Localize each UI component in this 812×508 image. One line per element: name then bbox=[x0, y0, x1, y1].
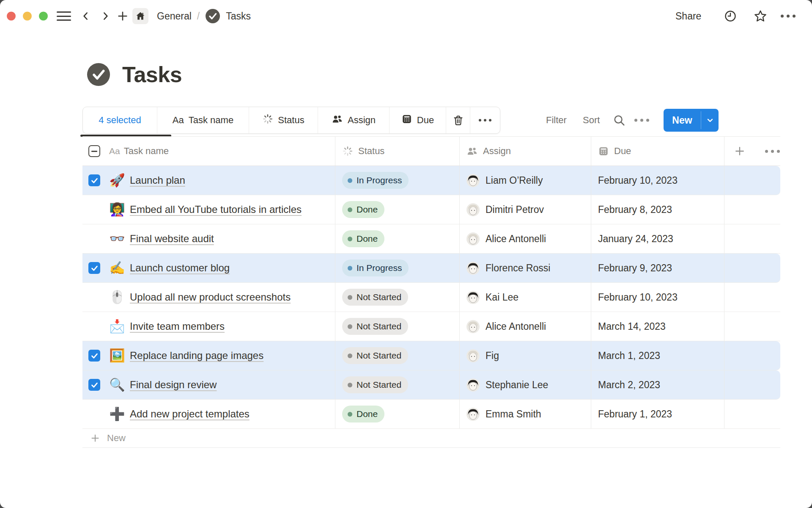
task-name-link[interactable]: Invite team members bbox=[130, 320, 225, 332]
assign-cell[interactable]: Fig bbox=[459, 341, 591, 370]
search-icon[interactable] bbox=[613, 114, 625, 127]
chevron-down-icon[interactable] bbox=[701, 109, 719, 132]
status-cell[interactable]: Not Started bbox=[335, 370, 459, 399]
status-cell[interactable]: In Progress bbox=[335, 254, 459, 282]
status-cell[interactable]: Done bbox=[335, 195, 459, 224]
task-cell[interactable]: ➕ Add new project templates bbox=[82, 400, 335, 428]
home-icon[interactable] bbox=[132, 8, 148, 24]
table-row[interactable]: 📩 Invite team members Not Started Alice … bbox=[82, 312, 780, 341]
status-cell[interactable]: Done bbox=[335, 400, 459, 428]
assign-cell[interactable]: Alice Antonelli bbox=[459, 312, 591, 341]
view-more-icon[interactable] bbox=[634, 119, 649, 122]
row-checkbox[interactable] bbox=[88, 262, 100, 274]
task-name-link[interactable]: Upload all new product screenshots bbox=[130, 291, 291, 303]
row-checkbox[interactable] bbox=[88, 379, 100, 391]
avatar bbox=[466, 378, 480, 392]
new-tab-plus-icon[interactable] bbox=[117, 10, 129, 22]
status-cell[interactable]: Not Started bbox=[335, 341, 459, 370]
status-cell[interactable]: Not Started bbox=[335, 312, 459, 341]
task-name-link[interactable]: Final website audit bbox=[130, 233, 214, 245]
table-row[interactable]: 👓 Final website audit Done Alice Antonel… bbox=[82, 224, 780, 254]
due-cell[interactable]: February 8, 2023 bbox=[591, 195, 724, 224]
due-cell[interactable]: February 9, 2023 bbox=[591, 254, 724, 282]
task-cell[interactable]: 🖼️ Replace landing page images bbox=[82, 341, 335, 370]
status-dot-icon bbox=[348, 295, 352, 300]
status-dot-icon bbox=[348, 412, 352, 417]
assign-cell[interactable]: Alice Antonelli bbox=[459, 224, 591, 253]
page-check-circle-icon[interactable] bbox=[87, 63, 110, 86]
task-cell[interactable]: 🚀 Launch plan bbox=[82, 166, 335, 195]
status-badge: Not Started bbox=[342, 318, 408, 335]
task-cell[interactable]: 📩 Invite team members bbox=[82, 312, 335, 341]
status-cell[interactable]: In Progress bbox=[335, 166, 459, 195]
assign-cell[interactable]: Florence Rossi bbox=[459, 254, 591, 282]
new-button[interactable]: New bbox=[664, 109, 719, 132]
due-cell[interactable]: February 10, 2023 bbox=[591, 166, 724, 195]
table-row[interactable]: 🔍 Final design review Not Started Stepha… bbox=[82, 370, 780, 400]
task-name-link[interactable]: Embed all YouTube tutorials in articles bbox=[130, 204, 302, 215]
task-cell[interactable]: 🔍 Final design review bbox=[82, 370, 335, 399]
table-row[interactable]: ✍️ Launch customer blog In Progress Flor… bbox=[82, 254, 780, 283]
sort-button[interactable]: Sort bbox=[583, 115, 600, 126]
task-cell[interactable]: ✍️ Launch customer blog bbox=[82, 254, 335, 282]
page-title[interactable]: Tasks bbox=[122, 62, 182, 87]
due-cell[interactable]: March 14, 2023 bbox=[591, 312, 724, 341]
due-cell[interactable]: January 24, 2023 bbox=[591, 224, 724, 253]
task-cell[interactable]: 👩‍🏫 Embed all YouTube tutorials in artic… bbox=[82, 195, 335, 224]
assign-cell[interactable]: Liam O’Reilly bbox=[459, 166, 591, 195]
header-status[interactable]: Status bbox=[335, 137, 459, 166]
task-cell[interactable]: 🖱️ Upload all new product screenshots bbox=[82, 283, 335, 312]
status-cell[interactable]: Not Started bbox=[335, 283, 459, 312]
status-dot-icon bbox=[348, 383, 352, 387]
task-name-link[interactable]: Replace landing page images bbox=[130, 350, 263, 362]
row-checkbox[interactable] bbox=[88, 174, 100, 186]
header-due[interactable]: Due bbox=[591, 137, 724, 166]
add-column-icon[interactable] bbox=[734, 145, 746, 157]
status-badge: In Progress bbox=[342, 172, 409, 189]
header-assign[interactable]: Assign bbox=[459, 137, 591, 166]
tasks-table: Aa Task name Status Assign bbox=[82, 136, 780, 448]
task-name-link[interactable]: Launch customer blog bbox=[130, 262, 230, 274]
assign-cell[interactable]: Emma Smith bbox=[459, 400, 591, 428]
status-dot-icon bbox=[348, 353, 352, 358]
filter-button[interactable]: Filter bbox=[546, 115, 567, 126]
row-extra-cell bbox=[724, 341, 780, 370]
assign-cell[interactable]: Kai Lee bbox=[459, 283, 591, 312]
table-row[interactable]: ➕ Add new project templates Done Emma Sm… bbox=[82, 400, 780, 429]
due-cell[interactable]: February 1, 2023 bbox=[591, 400, 724, 428]
breadcrumb-root[interactable]: General bbox=[157, 11, 192, 22]
back-icon[interactable] bbox=[80, 11, 91, 22]
table-row[interactable]: 🖱️ Upload all new product screenshots No… bbox=[82, 283, 780, 312]
clock-icon[interactable] bbox=[724, 10, 737, 22]
task-emoji: 👓 bbox=[109, 232, 125, 245]
more-options-icon[interactable] bbox=[781, 15, 796, 18]
star-icon[interactable] bbox=[754, 9, 767, 23]
forward-icon[interactable] bbox=[100, 11, 111, 22]
due-cell[interactable]: March 1, 2023 bbox=[591, 341, 724, 370]
task-name-link[interactable]: Add new project templates bbox=[130, 408, 250, 420]
traffic-light-minimize-button[interactable] bbox=[23, 12, 32, 21]
avatar bbox=[466, 320, 480, 333]
sidebar-menu-icon[interactable] bbox=[57, 11, 71, 21]
select-all-checkbox[interactable] bbox=[88, 145, 100, 157]
assign-cell[interactable]: Stephanie Lee bbox=[459, 370, 591, 399]
traffic-light-zoom-button[interactable] bbox=[39, 12, 48, 21]
task-name-link[interactable]: Launch plan bbox=[130, 174, 185, 186]
header-task-name[interactable]: Aa Task name bbox=[82, 137, 335, 166]
table-row[interactable]: 🚀 Launch plan In Progress Liam O’Reilly … bbox=[82, 166, 780, 195]
table-row[interactable]: 👩‍🏫 Embed all YouTube tutorials in artic… bbox=[82, 195, 780, 224]
task-name-link[interactable]: Final design review bbox=[130, 379, 217, 391]
status-cell[interactable]: Done bbox=[335, 224, 459, 253]
table-more-icon[interactable] bbox=[765, 150, 780, 153]
breadcrumb-current[interactable]: Tasks bbox=[226, 11, 251, 22]
task-cell[interactable]: 👓 Final website audit bbox=[82, 224, 335, 253]
share-button[interactable]: Share bbox=[675, 11, 701, 22]
due-cell[interactable]: March 2, 2023 bbox=[591, 370, 724, 399]
status-dot-icon bbox=[348, 178, 352, 183]
row-checkbox[interactable] bbox=[88, 350, 100, 362]
assign-cell[interactable]: Dimitri Petrov bbox=[459, 195, 591, 224]
table-row[interactable]: 🖼️ Replace landing page images Not Start… bbox=[82, 341, 780, 370]
traffic-light-close-button[interactable] bbox=[7, 12, 16, 21]
add-row-button[interactable]: New bbox=[82, 429, 780, 448]
due-cell[interactable]: February 10, 2023 bbox=[591, 283, 724, 312]
